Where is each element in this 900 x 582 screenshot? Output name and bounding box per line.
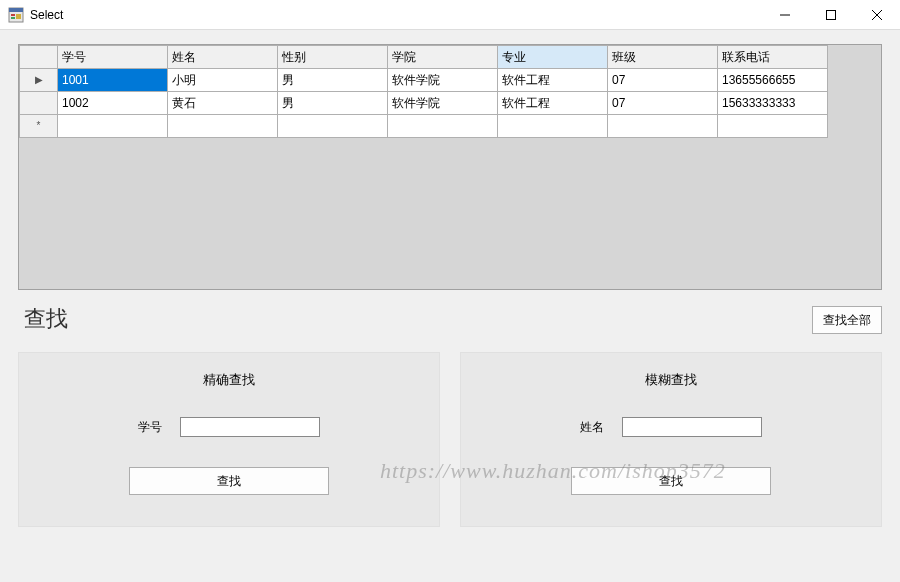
fuzzy-search-panel: 模糊查找 姓名 查找 (460, 352, 882, 527)
column-header[interactable]: 专业 (498, 46, 608, 69)
grid-cell[interactable]: 13655566655 (718, 69, 828, 92)
window-titlebar: Select (0, 0, 900, 30)
exact-search-input[interactable] (180, 417, 320, 437)
grid-cell[interactable] (498, 115, 608, 138)
grid-corner[interactable] (20, 46, 58, 69)
grid-cell[interactable]: 1002 (58, 92, 168, 115)
svg-rect-6 (827, 10, 836, 19)
svg-rect-1 (9, 8, 23, 12)
maximize-button[interactable] (808, 0, 854, 30)
grid-cell[interactable]: 软件学院 (388, 92, 498, 115)
new-row-header[interactable]: * (20, 115, 58, 138)
fuzzy-search-title: 模糊查找 (645, 371, 697, 389)
exact-search-button[interactable]: 查找 (129, 467, 329, 495)
column-header[interactable]: 姓名 (168, 46, 278, 69)
search-section-title: 查找 (24, 304, 68, 334)
grid-cell[interactable]: 男 (278, 92, 388, 115)
grid-cell[interactable]: 男 (278, 69, 388, 92)
row-header[interactable] (20, 92, 58, 115)
window-title: Select (30, 8, 63, 22)
column-header[interactable]: 学院 (388, 46, 498, 69)
grid-cell[interactable]: 软件工程 (498, 92, 608, 115)
view-all-button[interactable]: 查找全部 (812, 306, 882, 334)
exact-search-panel: 精确查找 学号 查找 (18, 352, 440, 527)
fuzzy-search-button[interactable]: 查找 (571, 467, 771, 495)
grid-cell[interactable] (278, 115, 388, 138)
column-header[interactable]: 性别 (278, 46, 388, 69)
data-grid[interactable]: 学号姓名性别学院专业班级联系电话▶1001小明男软件学院软件工程07136555… (18, 44, 882, 290)
column-header[interactable]: 班级 (608, 46, 718, 69)
column-header[interactable]: 学号 (58, 46, 168, 69)
client-area: 学号姓名性别学院专业班级联系电话▶1001小明男软件学院软件工程07136555… (0, 30, 900, 582)
grid-cell[interactable] (718, 115, 828, 138)
column-header[interactable]: 联系电话 (718, 46, 828, 69)
exact-field-label: 学号 (138, 419, 162, 436)
exact-search-title: 精确查找 (203, 371, 255, 389)
grid-cell[interactable]: 软件学院 (388, 69, 498, 92)
grid-cell[interactable]: 软件工程 (498, 69, 608, 92)
row-header[interactable]: ▶ (20, 69, 58, 92)
close-button[interactable] (854, 0, 900, 30)
grid-cell[interactable] (58, 115, 168, 138)
fuzzy-search-input[interactable] (622, 417, 762, 437)
svg-rect-4 (16, 14, 21, 19)
grid-cell[interactable] (608, 115, 718, 138)
grid-cell[interactable] (168, 115, 278, 138)
grid-cell[interactable]: 小明 (168, 69, 278, 92)
grid-cell[interactable]: 07 (608, 92, 718, 115)
svg-rect-3 (11, 17, 15, 19)
grid-cell[interactable]: 07 (608, 69, 718, 92)
svg-rect-2 (11, 14, 15, 16)
grid-cell[interactable]: 15633333333 (718, 92, 828, 115)
app-icon (8, 7, 24, 23)
grid-cell[interactable] (388, 115, 498, 138)
grid-cell[interactable]: 1001 (58, 69, 168, 92)
fuzzy-field-label: 姓名 (580, 419, 604, 436)
grid-cell[interactable]: 黄石 (168, 92, 278, 115)
minimize-button[interactable] (762, 0, 808, 30)
